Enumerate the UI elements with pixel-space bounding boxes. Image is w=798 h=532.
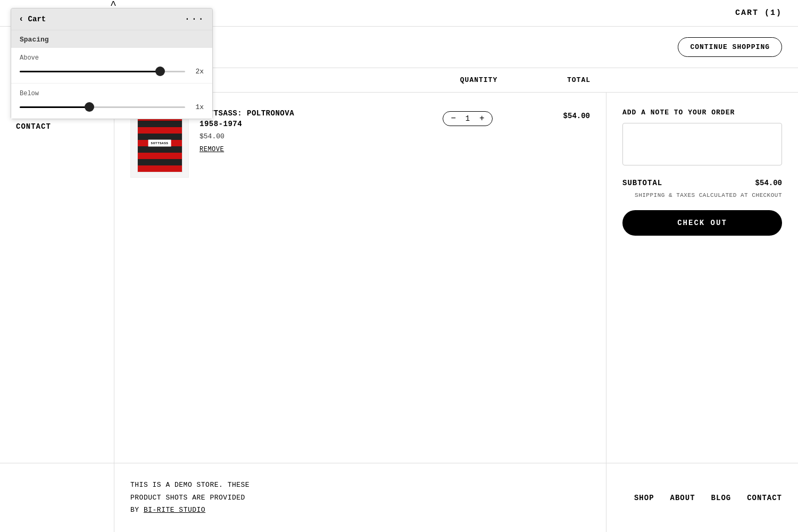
spacing-panel: ‹ Cart ··· Spacing Above 2x Below — [11, 8, 213, 119]
cart-header: CONTINUE SHOPPING — [114, 27, 798, 68]
below-slider[interactable] — [20, 102, 185, 112]
subtotal-value: $54.00 — [755, 179, 782, 187]
shipping-note: SHIPPING & TAXES CALCULATED AT CHECKOUT — [622, 192, 782, 200]
cart-item-details: SOTTSASS: POLTRONOVA 1958-1974 $54.00 RE… — [200, 109, 409, 153]
item-remove-link[interactable]: REMOVE — [200, 146, 409, 153]
spacing-panel-header-left: ‹ Cart — [19, 14, 46, 24]
footer-nav-blog[interactable]: BLOG — [711, 494, 732, 502]
book-title-overlay: SOTTSASS — [148, 140, 171, 147]
quantity-decrease-button[interactable]: − — [451, 114, 456, 123]
quantity-value: 1 — [462, 114, 473, 123]
order-note-textarea[interactable] — [622, 123, 782, 165]
spacing-panel-title: Cart — [28, 15, 46, 23]
subtotal-row: SUBTOTAL $54.00 — [622, 179, 782, 187]
sidebar-item-contact[interactable]: CONTACT — [16, 122, 98, 131]
footer-nav: SHOP ABOUT BLOG CONTACT — [634, 494, 782, 502]
spacing-panel-header: ‹ Cart ··· — [11, 9, 212, 30]
main-content: CONTINUE SHOPPING QUANTITY TOTAL — [114, 27, 798, 532]
spacing-below-item: Below 1x — [11, 83, 212, 119]
item-price: $54.00 — [200, 132, 409, 140]
checkout-button[interactable]: CHECK OUT — [622, 210, 782, 236]
birite-studio-link[interactable]: BI-RITE STUDIO — [144, 506, 205, 514]
footer-nav-contact[interactable]: CONTACT — [747, 494, 782, 502]
cart-columns: QUANTITY TOTAL — [114, 68, 798, 93]
quantity-control: − 1 + — [443, 111, 492, 126]
footer-text: THIS IS A DEMO STORE. THESE PRODUCT SHOT… — [130, 479, 250, 516]
below-label: Below — [20, 90, 204, 97]
spacing-above-item: Above 2x — [11, 48, 212, 83]
spacing-section-title: Spacing — [11, 30, 212, 48]
add-note-title: ADD A NOTE TO YOUR ORDER — [622, 109, 782, 117]
footer-nav-shop[interactable]: SHOP — [634, 494, 654, 502]
above-label: Above — [20, 54, 204, 62]
cart-item-total: $54.00 — [526, 109, 590, 121]
footer-left: THIS IS A DEMO STORE. THESE PRODUCT SHOT… — [130, 479, 250, 516]
continue-shopping-button[interactable]: CONTINUE SHOPPING — [678, 37, 782, 57]
book-cover: SOTTSASS — [137, 114, 182, 172]
subtotal-label: SUBTOTAL — [622, 179, 662, 187]
cart-item-quantity: − 1 + — [420, 109, 516, 126]
more-options-icon[interactable]: ··· — [185, 14, 205, 24]
footer-nav-about[interactable]: ABOUT — [670, 494, 695, 502]
below-slider-value: 1x — [190, 103, 204, 111]
col-quantity-header: QUANTITY — [431, 76, 527, 84]
above-slider-value: 2x — [190, 68, 204, 76]
item-title: SOTTSASS: POLTRONOVA 1958-1974 — [200, 109, 409, 129]
quantity-increase-button[interactable]: + — [479, 114, 485, 123]
back-icon[interactable]: ‹ — [19, 14, 24, 24]
footer: THIS IS A DEMO STORE. THESE PRODUCT SHOT… — [0, 463, 798, 532]
col-total-header: TOTAL — [527, 76, 591, 84]
line-total-price: $54.00 — [563, 112, 590, 120]
above-slider[interactable] — [20, 66, 185, 77]
cart-label[interactable]: CART (1) — [735, 9, 782, 18]
